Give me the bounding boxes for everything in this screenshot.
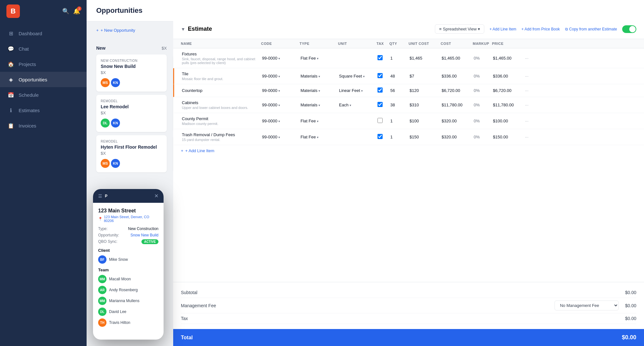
- mobile-body: 123 Main Street 📍 123 Main Street, Denve…: [93, 203, 164, 334]
- chevron-down-icon: ▾: [318, 89, 320, 93]
- add-price-book-button[interactable]: + Add from Price Book: [521, 27, 560, 31]
- more-icon[interactable]: ···: [525, 56, 529, 61]
- kanban-card[interactable]: NEW CONSTRUCTION Snow New Build $X MS KN: [96, 54, 167, 92]
- team-member: DL David Lee: [98, 308, 158, 316]
- estimate-toggle[interactable]: [622, 25, 636, 33]
- plus-icon: +: [181, 148, 183, 153]
- table-row: Tile Mosaic floor tile and grout. 99-000…: [173, 68, 644, 84]
- add-line-item-button[interactable]: + Add Line Item: [489, 27, 516, 31]
- copy-estimate-button[interactable]: ⧉ Copy from another Estimate: [565, 27, 617, 31]
- sidebar-item-schedule[interactable]: 📅 Schedule: [0, 87, 87, 103]
- avatar: DL: [98, 308, 106, 316]
- chevron-down-icon: ▾: [350, 103, 351, 107]
- table-row: Cabinets Upper and lower cabinet boxes a…: [173, 97, 644, 113]
- avatar: AR: [98, 286, 106, 294]
- more-icon[interactable]: ···: [525, 74, 529, 78]
- bell-icon[interactable]: 🔔2: [73, 8, 80, 15]
- table-row: Countertop 99-0000 ▾ Materials ▾ Linear …: [173, 84, 644, 97]
- total-row: Total $0.00: [173, 329, 644, 346]
- new-opp-label: + New Opportunity: [101, 28, 135, 33]
- card-avatars: MS KN: [101, 78, 162, 87]
- chevron-down-icon: ▾: [278, 89, 280, 93]
- sidebar-item-projects[interactable]: 🏠 Projects: [0, 56, 87, 72]
- table-row: Trash Removal / Dump Fees 15-yard dumpst…: [173, 129, 644, 145]
- management-fee-select[interactable]: No Management Fee: [555, 301, 619, 310]
- chevron-down-icon: ▾: [363, 75, 365, 78]
- estimates-icon: ℹ: [8, 107, 14, 113]
- add-line-item-inline-button[interactable]: + + Add Line Item: [173, 145, 644, 156]
- tax-checkbox[interactable]: [377, 118, 383, 123]
- subtotal-row: Subtotal $0.00: [181, 287, 636, 298]
- tax-checkbox[interactable]: [377, 73, 383, 78]
- tax-checkbox[interactable]: [377, 134, 383, 139]
- more-icon[interactable]: ···: [525, 103, 529, 107]
- client-member: BF Mike Snow: [98, 255, 158, 264]
- chevron-down-icon: ▾: [317, 136, 318, 139]
- tax-checkbox[interactable]: [377, 87, 383, 93]
- avatar: MM: [98, 297, 106, 305]
- sidebar-item-label: Invoices: [19, 123, 36, 128]
- avatar: DL: [101, 119, 110, 128]
- avatar: KN: [111, 159, 120, 168]
- chevron-down-icon: ▾: [318, 75, 320, 78]
- schedule-icon: 📅: [8, 92, 14, 98]
- team-member: MM Macall Moon: [98, 275, 158, 283]
- sidebar: B 🔍 🔔2 ⊞ Dashboard 💬 Chat 🏠 Projects ◈ O…: [0, 0, 87, 346]
- sidebar-item-opportunities[interactable]: ◈ Opportunities: [0, 72, 87, 87]
- tax-checkbox[interactable]: [377, 102, 383, 107]
- close-icon[interactable]: ✕: [154, 193, 158, 199]
- chevron-down-icon: ▼: [181, 27, 185, 32]
- estimate-title: ▼ Estimate: [181, 26, 212, 32]
- invoices-icon: 📋: [8, 122, 14, 129]
- chevron-down-icon: ▾: [317, 119, 318, 123]
- tax-row: Tax $0.00: [181, 313, 636, 324]
- kanban-card[interactable]: REMODEL Hyten First Floor Remodel $X MS …: [96, 135, 167, 172]
- projects-icon: 🏠: [8, 61, 14, 67]
- chevron-down-icon: ▾: [278, 119, 280, 123]
- estimate-panel: ▼ Estimate ≡ Spreadsheet View ▾ + Add Li…: [173, 19, 644, 346]
- table-row: Fixtures Sink, faucet, disposal, range h…: [173, 48, 644, 68]
- hamburger-icon: ☰: [98, 194, 102, 199]
- avatar: KN: [111, 78, 120, 87]
- sidebar-item-label: Schedule: [19, 92, 39, 98]
- sidebar-item-estimates[interactable]: ℹ Estimates: [0, 103, 87, 118]
- team-section-title: Team: [98, 268, 158, 272]
- search-icon[interactable]: 🔍: [62, 8, 69, 15]
- avatar: MS: [101, 159, 110, 168]
- plus-icon: +: [96, 28, 99, 33]
- avatar: MS: [101, 78, 110, 87]
- mobile-field-type: Type: New Construction: [98, 227, 158, 231]
- table-header: NAME CODE TYPE UNIT TAX QTY UNIT COST CO…: [173, 39, 644, 48]
- dashboard-icon: ⊞: [8, 30, 14, 37]
- avatar: MM: [98, 275, 106, 283]
- kanban-card[interactable]: REMODEL Lee Remodel $X DL KN: [96, 95, 167, 132]
- more-icon[interactable]: ···: [525, 119, 529, 123]
- more-icon[interactable]: ···: [525, 135, 529, 139]
- page-title: Opportunities: [96, 6, 634, 15]
- mobile-field-qbo: QBO Sync: ACTIVE: [98, 239, 158, 244]
- chevron-down-icon: ▾: [278, 103, 280, 107]
- mobile-field-opportunity: Opportunity: Snow New Build: [98, 233, 158, 237]
- sidebar-item-chat[interactable]: 💬 Chat: [0, 41, 87, 56]
- card-avatars: DL KN: [101, 119, 162, 128]
- sidebar-item-dashboard[interactable]: ⊞ Dashboard: [0, 26, 87, 41]
- management-fee-row: Management Fee No Management Fee $0.00: [181, 298, 636, 313]
- sidebar-item-label: Projects: [19, 62, 36, 67]
- sidebar-item-label: Chat: [19, 46, 29, 52]
- chevron-down-icon: ▾: [361, 89, 363, 93]
- mobile-address-sub: 📍 123 Main Street, Denver, CO 80206: [98, 215, 158, 223]
- sidebar-item-invoices[interactable]: 📋 Invoices: [0, 118, 87, 133]
- team-member: AR Andy Rosenberg: [98, 286, 158, 294]
- chevron-down-icon: ▾: [278, 136, 280, 139]
- avatar: KN: [111, 119, 120, 128]
- more-icon[interactable]: ···: [525, 88, 529, 93]
- tax-checkbox[interactable]: [377, 55, 383, 60]
- chevron-down-icon: ▾: [278, 57, 280, 60]
- chevron-down-icon: ▾: [318, 103, 320, 107]
- sidebar-header: B 🔍 🔔2: [0, 0, 87, 22]
- spreadsheet-view-button[interactable]: ≡ Spreadsheet View ▾: [435, 24, 484, 34]
- chevron-down-icon: ▾: [478, 27, 480, 31]
- spreadsheet-icon: ≡: [439, 27, 442, 31]
- chevron-down-icon: ▾: [317, 57, 318, 60]
- client-section-title: Client: [98, 248, 158, 253]
